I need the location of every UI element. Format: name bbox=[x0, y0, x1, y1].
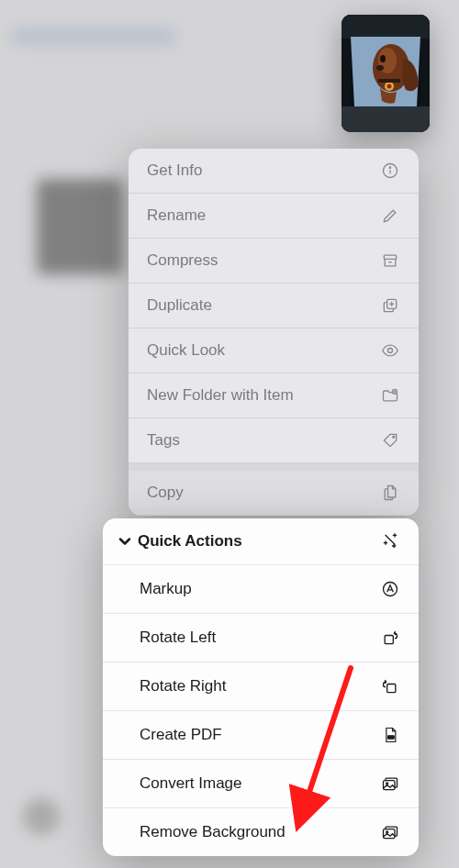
svg-point-10 bbox=[387, 84, 392, 89]
qa-item-remove-background[interactable]: Remove Background bbox=[103, 808, 419, 856]
quick-actions-title: Quick Actions bbox=[138, 532, 380, 551]
menu-label: Get Info bbox=[147, 161, 202, 180]
menu-label: Quick Look bbox=[147, 341, 225, 360]
svg-rect-27 bbox=[387, 684, 396, 693]
qa-item-rotate-right[interactable]: Rotate Right bbox=[103, 662, 419, 711]
qa-label: Rotate Right bbox=[140, 677, 227, 696]
menu-label: New Folder with Item bbox=[147, 386, 294, 405]
file-thumbnail bbox=[341, 15, 430, 132]
svg-rect-1 bbox=[341, 15, 430, 39]
photo-stack-icon bbox=[380, 822, 400, 842]
markup-icon bbox=[380, 579, 400, 599]
pdf-icon bbox=[380, 725, 400, 745]
qa-item-convert-image[interactable]: Convert Image bbox=[103, 760, 419, 808]
qa-label: Markup bbox=[140, 580, 192, 598]
qa-label: Rotate Left bbox=[140, 629, 216, 647]
svg-rect-15 bbox=[384, 255, 396, 259]
menu-separator bbox=[129, 463, 419, 471]
quick-actions-header[interactable]: Quick Actions bbox=[103, 518, 419, 565]
svg-point-20 bbox=[388, 349, 393, 353]
eye-icon bbox=[380, 340, 400, 361]
qa-item-rotate-left[interactable]: Rotate Left bbox=[103, 614, 419, 662]
archivebox-icon bbox=[380, 250, 400, 271]
qa-item-markup[interactable]: Markup bbox=[103, 565, 419, 614]
menu-item-get-info[interactable]: Get Info bbox=[129, 149, 419, 194]
context-menu: Get Info Rename Compress Duplicate Quick… bbox=[129, 149, 419, 516]
menu-item-compress[interactable]: Compress bbox=[129, 239, 419, 284]
plus-square-on-square-icon bbox=[380, 295, 400, 316]
menu-item-rename[interactable]: Rename bbox=[129, 194, 419, 239]
svg-rect-28 bbox=[388, 736, 395, 739]
menu-label: Copy bbox=[147, 484, 184, 502]
svg-point-32 bbox=[386, 831, 388, 833]
doc-on-doc-icon bbox=[380, 483, 400, 503]
rotate-left-icon bbox=[380, 628, 400, 648]
menu-item-tags[interactable]: Tags bbox=[129, 418, 419, 463]
svg-point-7 bbox=[380, 55, 386, 62]
svg-point-30 bbox=[386, 783, 388, 785]
photo-stack-icon bbox=[380, 773, 400, 794]
menu-label: Duplicate bbox=[147, 296, 212, 315]
pencil-icon bbox=[380, 206, 400, 226]
svg-rect-4 bbox=[341, 106, 430, 132]
chevron-down-icon bbox=[116, 532, 134, 551]
sparkles-icon bbox=[380, 531, 400, 551]
rotate-right-icon bbox=[380, 676, 400, 696]
qa-item-create-pdf[interactable]: Create PDF bbox=[103, 711, 419, 760]
svg-point-24 bbox=[393, 436, 395, 438]
svg-rect-11 bbox=[378, 79, 400, 83]
qa-label: Remove Background bbox=[140, 823, 285, 841]
menu-label: Tags bbox=[147, 431, 180, 450]
info-icon bbox=[380, 161, 400, 181]
svg-point-14 bbox=[389, 167, 390, 168]
folder-plus-icon bbox=[380, 385, 400, 406]
qa-label: Convert Image bbox=[140, 774, 242, 793]
svg-rect-26 bbox=[385, 636, 393, 644]
menu-label: Rename bbox=[147, 206, 206, 225]
menu-label: Compress bbox=[147, 251, 218, 270]
svg-point-8 bbox=[376, 65, 384, 71]
menu-item-copy[interactable]: Copy bbox=[129, 471, 419, 516]
qa-label: Create PDF bbox=[140, 726, 222, 744]
quick-actions-menu: Quick Actions Markup Rotate Left Rotate … bbox=[103, 518, 419, 856]
menu-item-quick-look[interactable]: Quick Look bbox=[129, 328, 419, 373]
menu-item-duplicate[interactable]: Duplicate bbox=[129, 284, 419, 328]
menu-item-new-folder[interactable]: New Folder with Item bbox=[129, 373, 419, 418]
tag-icon bbox=[380, 430, 400, 451]
